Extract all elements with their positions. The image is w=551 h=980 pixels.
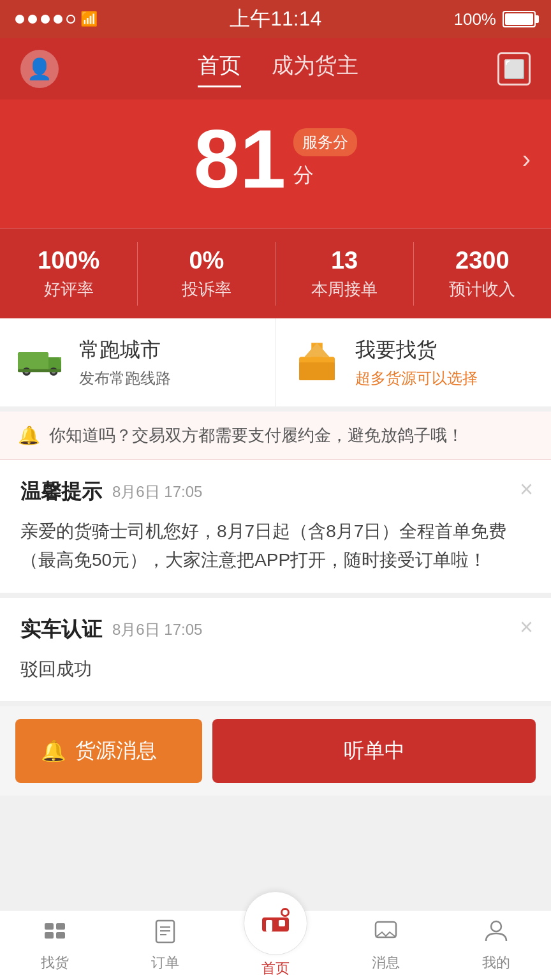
bottom-nav-label-3: 消息	[372, 953, 400, 972]
svg-rect-17	[56, 932, 65, 939]
stat-value-2: 13	[276, 247, 413, 274]
avatar-icon: 👤	[27, 57, 52, 81]
feature-title-cities: 常跑城市	[79, 336, 171, 364]
content-area: 81 服务分 分 › 100% 好评率 0% 投诉率 13 本周接单 2300 …	[0, 100, 551, 872]
hero-section: 81 服务分 分 ›	[0, 100, 551, 228]
message-card-vehicle-cert: 实车认证 8月6日 17:05 × 驳回成功	[0, 598, 551, 702]
svg-rect-23	[266, 920, 272, 932]
stat-complaint-rate: 0% 投诉率	[138, 242, 276, 306]
message-header-1: 温馨提示 8月6日 17:05	[20, 478, 531, 506]
feature-row: 常跑城市 发布常跑线路 我要找货 超多货源可以选择	[0, 318, 551, 412]
message-title-2: 实车认证	[20, 616, 102, 644]
svg-point-26	[283, 910, 288, 915]
message-time-1: 8月6日 17:05	[112, 482, 202, 502]
score-badge: 服务分	[293, 128, 357, 156]
battery-fill	[505, 13, 533, 25]
score-unit: 分	[293, 161, 314, 189]
message-time-2: 8月6日 17:05	[112, 620, 202, 640]
message-header-2: 实车认证 8月6日 17:05	[20, 616, 531, 644]
feature-subtitle-cargo: 超多货源可以选择	[355, 368, 478, 389]
status-time: 上午11:14	[230, 5, 321, 33]
close-button-1[interactable]: ×	[520, 478, 533, 501]
svg-rect-10	[299, 362, 335, 380]
stat-value-3: 2300	[414, 247, 551, 274]
feature-text-cities: 常跑城市 发布常跑线路	[79, 336, 171, 389]
truck-icon	[15, 343, 66, 382]
svg-rect-15	[56, 923, 65, 930]
listen-label: 听单中	[344, 739, 405, 762]
bottom-nav-profile[interactable]: 我的	[441, 910, 551, 980]
bottom-nav: 找货 订单 首页	[0, 910, 551, 980]
dot4	[54, 15, 62, 24]
feature-find-cargo[interactable]: 我要找货 超多货源可以选择	[276, 318, 552, 406]
bell-icon: 🔔	[18, 425, 40, 446]
message-card-warm-tip: 温馨提示 8月6日 17:05 × 亲爱的货骑士司机您好，8月7日起（含8月7日…	[0, 460, 551, 593]
bottom-nav-orders[interactable]: 订单	[110, 910, 221, 980]
avatar[interactable]: 👤	[20, 50, 59, 88]
upload-icon	[295, 340, 339, 385]
dot1	[15, 15, 24, 24]
message-body-2: 驳回成功	[20, 655, 531, 684]
bottom-nav-home[interactable]: 首页	[221, 910, 331, 980]
stat-label-3: 预计收入	[414, 278, 551, 301]
orders-icon	[152, 918, 178, 949]
stat-label-0: 好评率	[0, 278, 137, 301]
dot3	[41, 15, 50, 24]
bell-notify-icon: 🔔	[41, 739, 66, 763]
score-number: 81	[194, 117, 286, 200]
find-cargo-icon	[42, 918, 68, 949]
svg-rect-8	[18, 369, 61, 372]
stat-label-2: 本周接单	[276, 278, 413, 301]
feature-text-cargo: 我要找货 超多货源可以选择	[355, 336, 478, 389]
bottom-nav-find-cargo[interactable]: 找货	[0, 910, 110, 980]
nav-tabs: 首页 成为货主	[198, 51, 358, 87]
close-button-2[interactable]: ×	[520, 616, 533, 639]
tab-shipper[interactable]: 成为货主	[272, 51, 358, 87]
wifi-icon: 📶	[80, 11, 98, 27]
score-right: 服务分 分	[293, 128, 357, 189]
stat-value-1: 0%	[138, 247, 275, 274]
home-circle	[244, 891, 307, 955]
status-bar: 📶 上午11:14 100%	[0, 0, 551, 38]
home-icon	[261, 907, 290, 939]
tab-home[interactable]: 首页	[198, 51, 241, 87]
stat-approval-rate: 100% 好评率	[0, 242, 138, 306]
battery-icon	[503, 11, 536, 27]
message-body-1: 亲爱的货骑士司机您好，8月7日起（含8月7日）全程首单免费（最高免50元），大家…	[20, 517, 531, 575]
notify-button[interactable]: 🔔 货源消息	[15, 719, 202, 783]
notify-label: 货源消息	[75, 737, 157, 765]
status-right: 100%	[453, 10, 536, 29]
bottom-nav-label-0: 找货	[41, 953, 69, 972]
stats-row: 100% 好评率 0% 投诉率 13 本周接单 2300 预计收入	[0, 228, 551, 318]
profile-icon	[483, 918, 509, 949]
stat-estimated-income: 2300 预计收入	[414, 242, 551, 306]
svg-rect-16	[45, 932, 54, 939]
notification-banner: 🔔 你知道吗？交易双方都需要支付履约金，避免放鸽子哦！	[0, 412, 551, 460]
listen-button[interactable]: 听单中	[212, 719, 536, 783]
svg-rect-24	[279, 920, 285, 926]
banner-text: 你知道吗？交易双方都需要支付履约金，避免放鸽子哦！	[49, 424, 464, 447]
svg-rect-14	[45, 923, 54, 930]
bottom-nav-label-1: 订单	[151, 953, 179, 972]
status-left: 📶	[15, 11, 98, 27]
stat-value-0: 100%	[0, 247, 137, 274]
stat-label-1: 投诉率	[138, 278, 275, 301]
action-buttons: 🔔 货源消息 听单中	[0, 706, 551, 796]
scan-button[interactable]: ⬜	[497, 52, 531, 85]
bottom-nav-messages[interactable]: 消息	[330, 910, 441, 980]
chevron-right-icon[interactable]: ›	[522, 145, 531, 174]
score-container: 81 服务分 分 ›	[0, 117, 551, 200]
stat-weekly-orders: 13 本周接单	[276, 242, 414, 306]
dot2	[28, 15, 37, 24]
bottom-nav-label-2: 首页	[261, 959, 290, 978]
feature-regular-cities[interactable]: 常跑城市 发布常跑线路	[0, 318, 276, 406]
svg-rect-1	[18, 352, 48, 370]
feature-subtitle-cities: 发布常跑线路	[79, 368, 171, 389]
upload-icon-container	[291, 340, 342, 385]
dot5	[66, 15, 75, 24]
messages-icon	[373, 918, 399, 949]
svg-marker-13	[304, 343, 329, 357]
svg-point-28	[491, 921, 501, 932]
feature-title-cargo: 我要找货	[355, 336, 478, 364]
message-title-1: 温馨提示	[20, 478, 102, 506]
